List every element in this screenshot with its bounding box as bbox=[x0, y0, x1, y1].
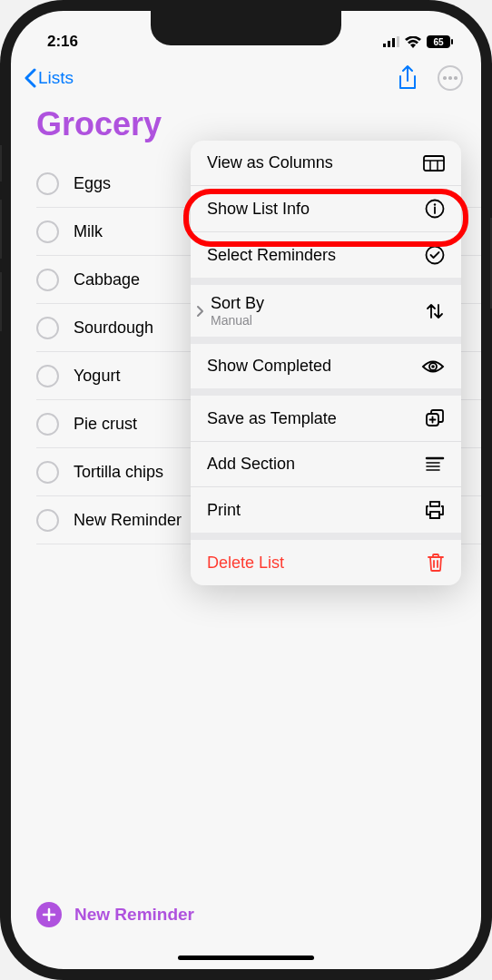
menu-label: View as Columns bbox=[207, 153, 333, 172]
trash-icon bbox=[427, 553, 445, 573]
menu-show-completed[interactable]: Show Completed bbox=[191, 344, 461, 396]
chevron-left-icon bbox=[24, 68, 36, 88]
reminder-checkbox[interactable] bbox=[36, 461, 59, 484]
svg-point-14 bbox=[427, 247, 444, 264]
reminder-text: Tortilla chips bbox=[74, 463, 163, 482]
menu-label: Add Section bbox=[207, 455, 295, 474]
plus-icon bbox=[36, 902, 62, 927]
menu-show-list-info[interactable]: Show List Info bbox=[191, 186, 461, 232]
reminder-text: Cabbage bbox=[74, 270, 140, 289]
menu-label: Sort By bbox=[211, 294, 264, 313]
menu-sort-by[interactable]: Sort By Manual bbox=[191, 285, 461, 344]
menu-print[interactable]: Print bbox=[191, 487, 461, 540]
reminder-text: Pie crust bbox=[74, 415, 137, 434]
reminder-text: Eggs bbox=[74, 174, 111, 193]
section-icon bbox=[425, 456, 445, 474]
svg-rect-5 bbox=[451, 39, 453, 44]
chevron-right-icon bbox=[194, 304, 205, 318]
print-icon bbox=[425, 500, 445, 520]
menu-select-reminders[interactable]: Select Reminders bbox=[191, 232, 461, 285]
sort-icon bbox=[425, 301, 445, 321]
reminder-text: Yogurt bbox=[74, 367, 120, 386]
check-circle-icon bbox=[425, 245, 445, 265]
menu-label: Select Reminders bbox=[207, 246, 336, 265]
menu-label: Show List Info bbox=[207, 200, 310, 219]
reminder-checkbox[interactable] bbox=[36, 413, 59, 436]
reminder-text: Milk bbox=[74, 222, 103, 241]
reminder-checkbox[interactable] bbox=[36, 172, 59, 195]
wifi-icon bbox=[405, 36, 421, 48]
status-icons: 65 bbox=[383, 35, 454, 48]
eye-icon bbox=[421, 358, 445, 375]
battery-icon: 65 bbox=[427, 35, 454, 48]
svg-rect-25 bbox=[430, 512, 439, 518]
svg-rect-24 bbox=[430, 502, 439, 506]
reminder-checkbox[interactable] bbox=[36, 365, 59, 387]
cellular-icon bbox=[383, 36, 399, 47]
reminder-text: Sourdough bbox=[74, 318, 153, 338]
status-time: 2:16 bbox=[47, 33, 78, 51]
menu-add-section[interactable]: Add Section bbox=[191, 442, 461, 487]
nav-bar: Lists bbox=[11, 56, 481, 98]
svg-point-16 bbox=[431, 365, 435, 368]
info-icon bbox=[425, 199, 445, 219]
home-indicator[interactable] bbox=[178, 956, 314, 960]
more-button[interactable] bbox=[438, 65, 463, 91]
svg-rect-7 bbox=[424, 156, 444, 171]
svg-rect-2 bbox=[392, 38, 395, 47]
reminder-checkbox[interactable] bbox=[36, 269, 59, 291]
svg-rect-1 bbox=[388, 41, 390, 47]
menu-save-template[interactable]: Save as Template bbox=[191, 396, 461, 442]
new-reminder-button[interactable]: New Reminder bbox=[11, 887, 481, 942]
svg-rect-0 bbox=[383, 44, 386, 47]
menu-label: Save as Template bbox=[207, 409, 337, 428]
back-label: Lists bbox=[38, 68, 74, 88]
share-icon[interactable] bbox=[398, 65, 418, 91]
columns-icon bbox=[423, 155, 445, 172]
svg-point-12 bbox=[434, 203, 436, 205]
reminder-checkbox[interactable] bbox=[36, 509, 59, 532]
menu-label: Show Completed bbox=[207, 357, 331, 376]
reminder-checkbox[interactable] bbox=[36, 317, 59, 339]
back-button[interactable]: Lists bbox=[24, 68, 74, 88]
svg-rect-3 bbox=[397, 36, 399, 47]
menu-view-columns[interactable]: View as Columns bbox=[191, 141, 461, 186]
menu-label: Delete List bbox=[207, 554, 284, 573]
menu-delete-list[interactable]: Delete List bbox=[191, 540, 461, 585]
menu-sublabel: Manual bbox=[211, 313, 264, 328]
duplicate-icon bbox=[425, 408, 445, 428]
menu-label: Print bbox=[207, 501, 241, 520]
new-reminder-label: New Reminder bbox=[74, 905, 194, 925]
reminder-checkbox[interactable] bbox=[36, 220, 59, 243]
svg-text:65: 65 bbox=[433, 37, 444, 47]
context-menu: View as Columns Show List Info Select Re… bbox=[191, 141, 461, 585]
reminder-text: New Reminder bbox=[74, 511, 182, 530]
